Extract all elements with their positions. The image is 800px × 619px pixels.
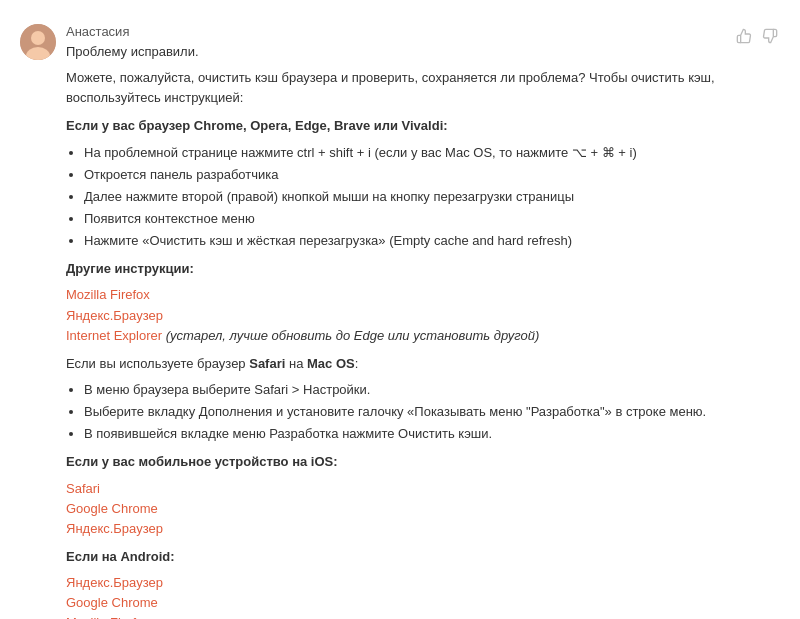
chrome-ios-link[interactable]: Google Chrome	[66, 501, 158, 516]
ios-title: Если у вас мобильное устройство на iOS:	[66, 452, 724, 472]
chrome-step-1: На проблемной странице нажмите ctrl + sh…	[84, 143, 724, 163]
ie-suffix: (устарел, лучше обновить до Edge или уст…	[162, 328, 539, 343]
intro-text: Можете, пожалуйста, очистить кэш браузер…	[66, 68, 724, 108]
chrome-section-title: Если у вас браузер Chrome, Opera, Edge, …	[66, 116, 724, 136]
firefox-android-link[interactable]: Mozilla Firefox	[66, 615, 150, 619]
ios-links: Safari Google Chrome Яндекс.Браузер	[66, 479, 724, 539]
chrome-step-3: Далее нажмите второй (правой) кнопкой мы…	[84, 187, 724, 207]
chrome-step-2: Откроется панель разработчика	[84, 165, 724, 185]
yandex-link-row: Яндекс.Браузер	[66, 306, 724, 326]
safari-step-2: Выберите вкладку Дополнения и установите…	[84, 402, 724, 422]
firefox-link-row: Mozilla Firefox	[66, 285, 724, 305]
yandex-android-link[interactable]: Яндекс.Браузер	[66, 575, 163, 590]
firefox-link[interactable]: Mozilla Firefox	[66, 287, 150, 302]
message-text: Проблему исправили. Можете, пожалуйста, …	[66, 42, 724, 619]
ie-link-row: Internet Explorer (устарел, лучше обнови…	[66, 326, 724, 346]
safari-steps-list: В меню браузера выберите Safari > Настро…	[66, 380, 724, 444]
sender-name: Анастасия	[66, 24, 724, 39]
android-title: Если на Android:	[66, 547, 724, 567]
safari-step-1: В меню браузера выберите Safari > Настро…	[84, 380, 724, 400]
yandex-link[interactable]: Яндекс.Браузер	[66, 308, 163, 323]
safari-step-3: В появившейся вкладке меню Разработка на…	[84, 424, 724, 444]
fixed-text: Проблему исправили.	[66, 42, 724, 62]
agent-message-content: Анастасия Проблему исправили. Можете, по…	[66, 24, 724, 619]
agent-avatar	[20, 24, 56, 60]
agent-message: Анастасия Проблему исправили. Можете, по…	[0, 16, 800, 619]
svg-point-1	[31, 31, 45, 45]
chat-area: Анастасия Проблему исправили. Можете, по…	[0, 0, 800, 619]
safari-title: Если вы используете браузер Safari на Ma…	[66, 354, 724, 374]
chrome-step-5: Нажмите «Очистить кэш и жёсткая перезагр…	[84, 231, 724, 251]
safari-ios-link[interactable]: Safari	[66, 481, 100, 496]
other-links: Mozilla Firefox Яндекс.Браузер Internet …	[66, 285, 724, 345]
chrome-android-link[interactable]: Google Chrome	[66, 595, 158, 610]
thumbdown-button[interactable]	[760, 26, 780, 49]
yandex-ios-link[interactable]: Яндекс.Браузер	[66, 521, 163, 536]
other-title: Другие инструкции:	[66, 259, 724, 279]
ie-link[interactable]: Internet Explorer	[66, 328, 162, 343]
android-links: Яндекс.Браузер Google Chrome Mozilla Fir…	[66, 573, 724, 619]
avatar-image	[20, 24, 56, 60]
chrome-step-4: Появится контекстное меню	[84, 209, 724, 229]
chrome-steps-list: На проблемной странице нажмите ctrl + sh…	[66, 143, 724, 252]
like-buttons	[734, 24, 780, 49]
thumbup-button[interactable]	[734, 26, 754, 49]
